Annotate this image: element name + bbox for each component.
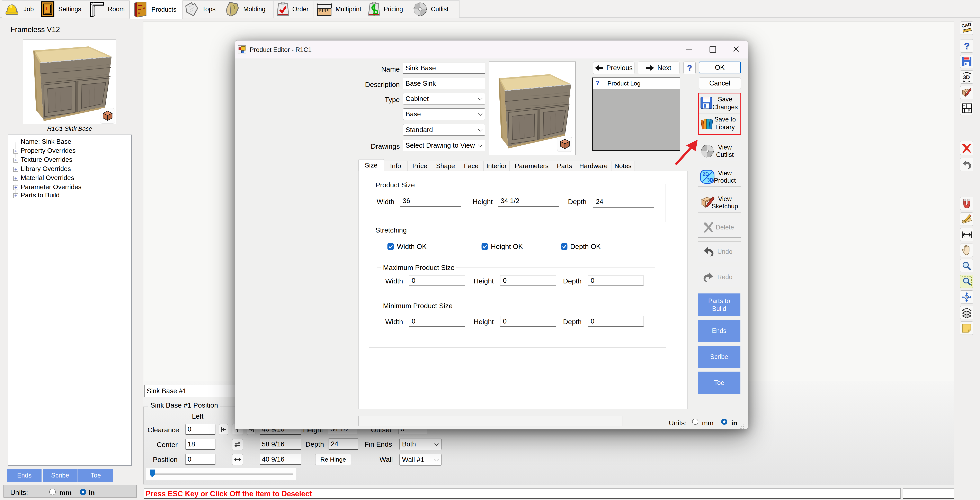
svg-text:⊕: ⊕ [966, 296, 968, 299]
svg-text:CAD: CAD [961, 23, 972, 29]
svg-text:3D: 3D [963, 74, 970, 80]
